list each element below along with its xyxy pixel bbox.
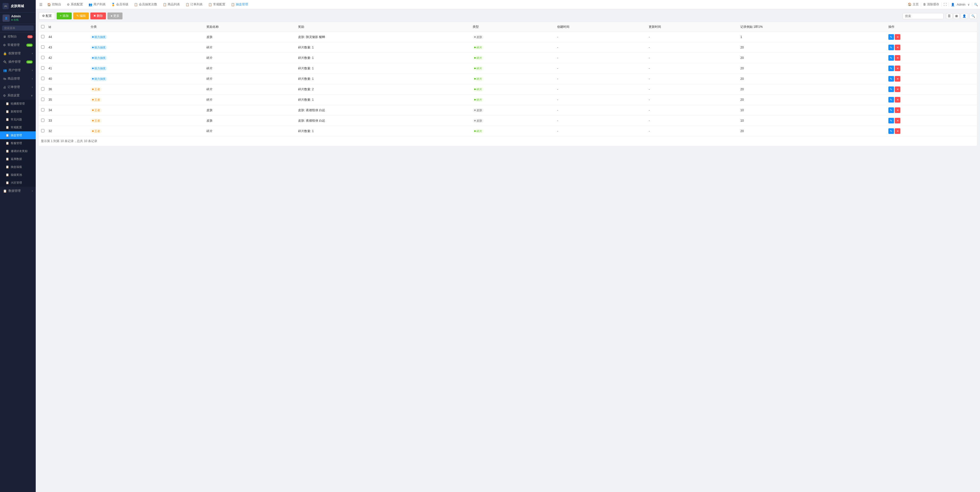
edit-row-button[interactable]: ✎ [888,76,894,82]
row-checkbox[interactable] [41,108,45,111]
admin-avatar: 👤 [951,3,955,6]
search-icon-button[interactable]: 🔍 [969,13,977,19]
edit-button[interactable]: ✎ 编辑 [73,13,89,19]
delete-row-button[interactable]: ✕ [895,107,900,113]
row-checkbox[interactable] [41,77,45,80]
search-button[interactable]: 🔍 [974,3,978,6]
table-row: 33 王者 皮肤 皮肤: 夜都怪侠 白起 皮肤 - - 10 ✎ ✕ [39,116,977,126]
config-icon2: 📋 [208,3,212,6]
order-icon: 📋 [186,3,189,6]
row-checkbox[interactable] [41,35,45,38]
arrow-icon6: › [32,189,33,192]
sidebar-item-users[interactable]: 👥 用户管理 › [0,66,36,75]
home-link[interactable]: 🏠 主页 [908,2,918,6]
edit-row-button[interactable]: ✎ [888,118,894,124]
edit-row-button[interactable]: ✎ [888,107,894,113]
edit-row-button[interactable]: ✎ [888,34,894,40]
sidebar-item-invite[interactable]: 📋 邀请好友奖励 [0,147,36,155]
delete-button[interactable]: ✖ 删除 [90,13,106,19]
sidebar-item-prize-pool[interactable]: 📋 福值奖池 [0,171,36,179]
sidebar-item-carousel[interactable]: 📋 轮播图管理 [0,100,36,108]
table-row: 43 助力抽奖 碎片 碎片数量: 1 碎片 - - 20 ✎ ✕ [39,42,977,53]
edit-row-button[interactable]: ✎ [888,97,894,103]
tab-regular-config[interactable]: 📋 常规配置 [206,1,228,8]
sidebar-item-general[interactable]: ⚙ 常规管理 new [0,41,36,49]
sidebar-item-products[interactable]: 🛍 商品管理 › [0,75,36,83]
sidebar-item-config[interactable]: 📋 常规配置 [0,124,36,131]
sidebar-item-plugins[interactable]: 🔌 插件管理 new [0,58,36,66]
delete-row-button[interactable]: ✕ [895,65,900,71]
sidebar-item-service[interactable]: 📋 客服管理 [0,139,36,147]
sidebar-item-permissions[interactable]: 🔒 权限管理 › [0,49,36,58]
category-tag: 王者 [91,87,102,92]
topnav-right: 🏠 主页 🗑 清除缓存 ⛶ 👤 Admin ∨ 🔍 [908,2,978,6]
search-input[interactable] [903,13,943,19]
sidebar-item-news[interactable]: 📋 新闻管理 [0,108,36,116]
sidebar-item-faq[interactable]: 📋 常见问题 [0,116,36,124]
delete-row-button[interactable]: ✕ [895,44,900,50]
cell-rate: 20 [738,42,886,53]
cell-reward: 碎片数量: 1 [296,42,471,53]
grid-view-button[interactable]: ⊞ [953,13,959,19]
tab-member-level[interactable]: 🏅 会员等级 [109,1,131,8]
delete-row-button[interactable]: ✕ [895,55,900,61]
table-header-row: Id 分类 奖励名称 奖励 类型 创建时间 更新时间 记录例如 1即1% 操作 [39,22,977,32]
sidebar-item-orders[interactable]: 🖨 订单管理 › [0,83,36,91]
tab-member-lottery[interactable]: 📋 会员抽奖次数 [131,1,160,8]
cell-reward-name: 皮肤 [204,105,296,116]
sidebar-item-box-value[interactable]: 📋 抽盒福值 [0,163,36,171]
config-icon: 📋 [6,126,9,129]
tab-system-config[interactable]: ⚙ 系统配置 [64,1,86,8]
sidebar-item-label: 用户管理 [8,68,21,73]
sidebar-item-settings[interactable]: ⚙ 系统设置 ∨ [0,91,36,100]
sidebar-item-dashboard[interactable]: 🖥 控制台 hot [0,32,36,41]
arrow-icon: › [32,52,33,55]
config-button[interactable]: ⚙ 配置 [39,12,55,20]
cell-category: 助力抽奖 [89,42,204,53]
delete-row-button[interactable]: ✕ [895,97,900,103]
row-checkbox[interactable] [41,87,45,90]
select-all-checkbox[interactable] [41,25,45,28]
tab-box-manage[interactable]: 📋 抽盒管理 [228,1,251,8]
row-checkbox[interactable] [41,56,45,59]
fullscreen-button[interactable]: ⛶ [943,3,947,6]
delete-row-button[interactable]: ✕ [895,86,900,92]
admin-name-link[interactable]: Admin [957,3,966,6]
sidebar-item-region[interactable]: 📋 大区管理 [0,179,36,187]
delete-row-button[interactable]: ✕ [895,76,900,82]
row-checkbox[interactable] [41,98,45,101]
tab-order-list[interactable]: 📋 订单列表 [183,1,205,8]
delete-row-button[interactable]: ✕ [895,128,900,134]
tab-product-list[interactable]: 📋 商品列表 [160,1,183,8]
cell-rate: 10 [738,105,886,116]
sidebar-item-data[interactable]: 📋 数据管理 › [0,187,36,195]
add-button[interactable]: + 添加 [57,13,72,19]
edit-row-button[interactable]: ✎ [888,86,894,92]
edit-row-button[interactable]: ✎ [888,44,894,50]
row-checkbox[interactable] [41,45,45,49]
user-filter-button[interactable]: 👤 [961,13,968,19]
more-button[interactable]: ● 更多 [107,13,123,19]
orders-icon: 🖨 [3,86,6,89]
row-checkbox[interactable] [41,66,45,70]
type-tag: 碎片 [473,77,484,81]
tab-user-list[interactable]: 👥 用户列表 [86,1,108,8]
edit-row-button[interactable]: ✎ [888,65,894,71]
clear-cache-link[interactable]: 🗑 清除缓存 [923,2,939,6]
list-view-button[interactable]: ☰ [946,13,953,19]
sidebar-item-lottery[interactable]: 📋 抽盒管理 [0,131,36,139]
menu-toggle-button[interactable]: ☰ [38,2,44,8]
delete-row-button[interactable]: ✕ [895,34,900,40]
sidebar-item-layer[interactable]: 📋 返厚数据 [0,155,36,163]
sidebar-search-input[interactable] [2,25,34,30]
dashboard-icon: 🖥 [3,35,6,38]
delete-row-button[interactable]: ✕ [895,118,900,124]
edit-row-button[interactable]: ✎ [888,128,894,134]
row-checkbox[interactable] [41,119,45,122]
tab-dashboard[interactable]: 🏠 控制台 [45,1,64,8]
admin-dropdown[interactable]: ∨ [967,3,970,6]
cell-rate: 20 [738,63,886,74]
row-checkbox[interactable] [41,129,45,132]
cell-reward: 皮肤: 陕灵魅影 貂蝉 [296,32,471,42]
edit-row-button[interactable]: ✎ [888,55,894,61]
